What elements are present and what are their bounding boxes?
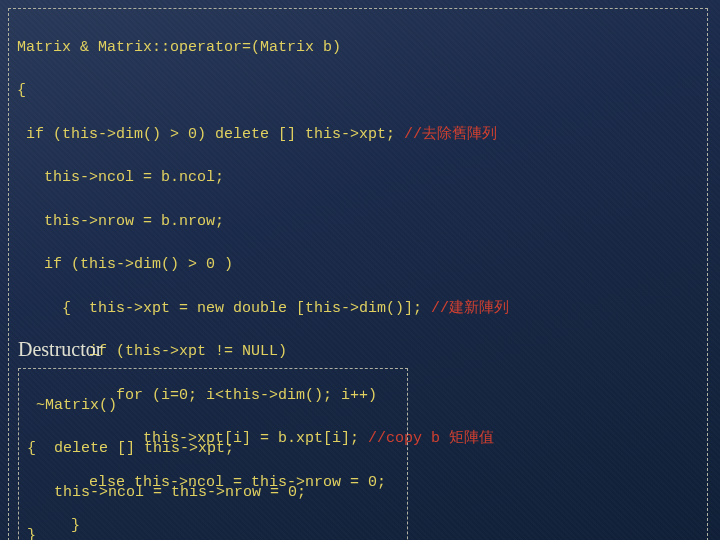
code-line: if (this->dim() > 0 )	[17, 256, 233, 273]
code-line: this->nrow = b.nrow;	[17, 213, 224, 230]
code-comment: //去除舊陣列	[404, 126, 497, 143]
code-line: {	[17, 82, 26, 99]
code-line: { this->xpt = new double [this->dim()];	[17, 300, 431, 317]
section-label-destructor: Destructor	[18, 338, 102, 361]
code-line: { delete [] this->xpt;	[27, 440, 234, 457]
code-line: this->ncol = b.ncol;	[17, 169, 224, 186]
code-box-destructor: ~Matrix() { delete [] this->xpt; this->n…	[18, 368, 408, 540]
code-comment: //建新陣列	[431, 300, 509, 317]
code-line: }	[27, 527, 36, 540]
code-line: ~Matrix()	[27, 397, 117, 414]
code-line: this->ncol = this->nrow = 0;	[27, 484, 306, 501]
code-line: Matrix & Matrix::operator=(Matrix b)	[17, 39, 341, 56]
code-line: if (this->dim() > 0) delete [] this->xpt…	[17, 126, 404, 143]
